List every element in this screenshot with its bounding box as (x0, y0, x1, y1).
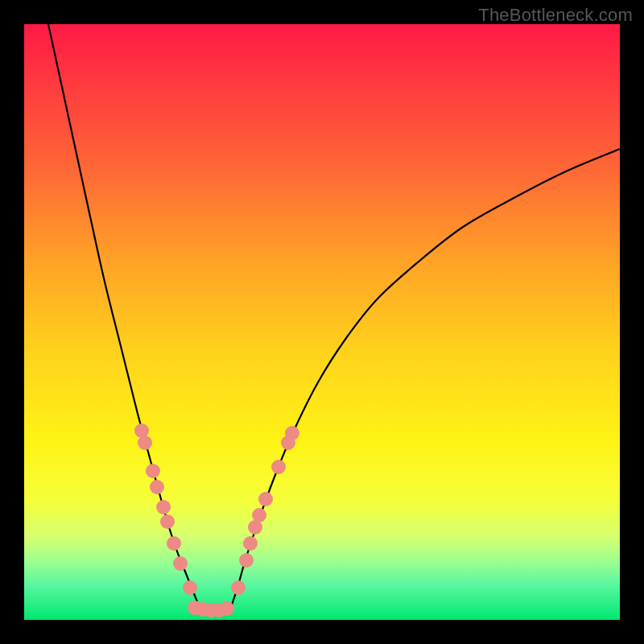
right-dot (258, 492, 273, 506)
left-dot (150, 480, 164, 494)
left-dot (173, 556, 188, 571)
plot-area (24, 24, 620, 620)
right-dot (243, 536, 258, 551)
left-dot (183, 580, 197, 595)
chart-svg (24, 24, 620, 620)
right-dot (252, 508, 266, 522)
left-dot (138, 436, 152, 450)
right-dot (239, 553, 254, 568)
frame: TheBottleneck.com (0, 0, 644, 644)
left-dot (156, 500, 171, 514)
data-points (134, 423, 299, 617)
right-curve (229, 149, 620, 612)
left-curve (48, 24, 201, 612)
right-dot (285, 426, 299, 440)
left-dot (160, 514, 175, 529)
watermark-text: TheBottleneck.com (478, 5, 633, 26)
right-dot (271, 460, 286, 474)
bottom-dot (220, 601, 234, 616)
left-dot (167, 536, 181, 551)
right-dot (231, 580, 246, 595)
left-dot (146, 464, 160, 478)
